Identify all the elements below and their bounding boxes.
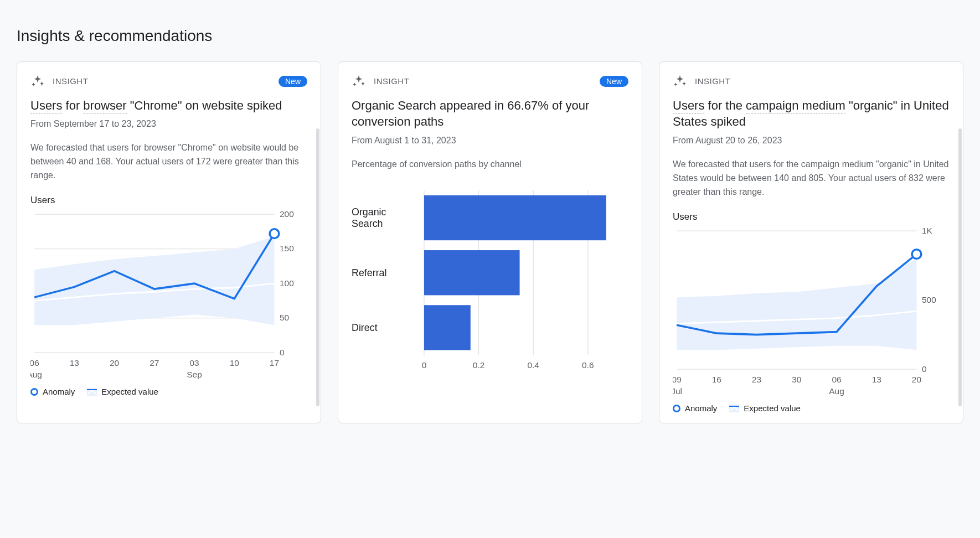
- legend-expected-label: Expected value: [101, 387, 158, 396]
- legend-anomaly: Anomaly: [673, 404, 717, 413]
- svg-text:0.6: 0.6: [582, 360, 594, 370]
- bar-chart: 00.20.40.6OrganicSearchReferralDirect: [352, 184, 628, 375]
- svg-text:06: 06: [832, 374, 841, 384]
- svg-text:03: 03: [189, 358, 199, 368]
- svg-text:09: 09: [673, 374, 682, 384]
- line-chart: 05010015020006132027031017AugSep: [30, 210, 307, 382]
- legend-anomaly-label: Anomaly: [43, 387, 75, 396]
- cards-row: INSIGHT New Users for browser "Chrome" o…: [17, 61, 963, 423]
- date-range: From August 20 to 26, 2023: [673, 136, 950, 146]
- card-header: INSIGHT: [673, 74, 950, 89]
- card-title: Organic Search appeared in 66.67% of you…: [352, 97, 628, 130]
- svg-text:200: 200: [280, 210, 294, 219]
- svg-text:17: 17: [270, 358, 279, 368]
- svg-rect-29: [424, 195, 606, 240]
- svg-text:13: 13: [70, 358, 79, 368]
- svg-text:Direct: Direct: [352, 322, 378, 333]
- card-description: We forecasted that users for the campaig…: [673, 158, 950, 199]
- svg-text:1K: 1K: [922, 227, 933, 235]
- insight-label: INSIGHT: [374, 76, 409, 86]
- card-header: INSIGHT New: [30, 74, 307, 89]
- svg-text:Sep: Sep: [187, 370, 202, 379]
- svg-text:Aug: Aug: [30, 370, 42, 379]
- card-title: Users for browser "Chrome" on website sp…: [30, 97, 307, 114]
- new-badge: New: [600, 76, 628, 87]
- date-range: From September 17 to 23, 2023: [30, 119, 307, 129]
- page-title: Insights & recommendations: [17, 27, 963, 45]
- legend-anomaly: Anomaly: [30, 387, 75, 396]
- svg-text:Aug: Aug: [829, 386, 844, 396]
- svg-text:500: 500: [922, 294, 936, 304]
- card-description: We forecasted that users for browser "Ch…: [30, 141, 307, 182]
- svg-text:27: 27: [149, 358, 159, 368]
- svg-text:0: 0: [422, 360, 427, 370]
- scrollbar[interactable]: [316, 128, 319, 406]
- svg-text:30: 30: [792, 374, 801, 384]
- svg-rect-34: [424, 305, 471, 350]
- card-description: Percentage of conversion paths by channe…: [352, 158, 628, 172]
- svg-text:0: 0: [280, 348, 285, 357]
- new-badge: New: [278, 76, 307, 87]
- svg-text:06: 06: [30, 358, 39, 368]
- card-header: INSIGHT New: [352, 74, 628, 89]
- svg-rect-32: [424, 250, 520, 295]
- svg-text:100: 100: [280, 278, 294, 288]
- line-chart: 05001K09162330061320JulAug: [673, 227, 950, 399]
- sparkle-icon: [30, 74, 45, 89]
- svg-text:Referral: Referral: [352, 267, 386, 278]
- svg-text:20: 20: [110, 358, 119, 368]
- svg-text:10: 10: [230, 358, 239, 368]
- svg-text:150: 150: [280, 244, 294, 253]
- expected-icon: [87, 388, 97, 396]
- insight-card[interactable]: INSIGHT New Organic Search appeared in 6…: [338, 61, 642, 423]
- sparkle-icon: [352, 74, 366, 89]
- svg-point-42: [912, 249, 921, 258]
- chart-legend: Anomaly Expected value: [30, 387, 307, 396]
- card-title: Users for the campaign medium "organic" …: [673, 97, 950, 130]
- svg-point-10: [270, 229, 279, 239]
- insight-card[interactable]: INSIGHT Users for the campaign medium "o…: [659, 61, 963, 423]
- svg-text:0: 0: [922, 364, 927, 373]
- date-range: From August 1 to 31, 2023: [352, 136, 628, 146]
- insight-label: INSIGHT: [695, 76, 730, 86]
- svg-text:0.2: 0.2: [473, 360, 485, 370]
- anomaly-marker-icon: [673, 405, 680, 412]
- svg-text:20: 20: [912, 374, 921, 384]
- legend-expected: Expected value: [729, 404, 801, 413]
- chart-heading: Users: [673, 211, 950, 223]
- svg-text:Organic: Organic: [352, 206, 386, 218]
- legend-expected: Expected value: [87, 387, 158, 396]
- legend-expected-label: Expected value: [744, 404, 801, 413]
- svg-text:0.4: 0.4: [527, 360, 539, 370]
- insight-label: INSIGHT: [53, 76, 88, 86]
- sparkle-icon: [673, 74, 687, 89]
- chart-heading: Users: [30, 195, 307, 206]
- anomaly-marker-icon: [30, 388, 38, 396]
- svg-text:Jul: Jul: [673, 386, 682, 396]
- expected-icon: [729, 405, 739, 412]
- scrollbar[interactable]: [958, 128, 962, 406]
- svg-text:50: 50: [280, 313, 289, 322]
- svg-text:Search: Search: [352, 218, 383, 229]
- svg-text:16: 16: [712, 374, 721, 384]
- svg-text:13: 13: [872, 374, 881, 384]
- chart-legend: Anomaly Expected value: [673, 404, 950, 413]
- svg-text:23: 23: [752, 374, 761, 384]
- legend-anomaly-label: Anomaly: [685, 404, 717, 413]
- insight-card[interactable]: INSIGHT New Users for browser "Chrome" o…: [17, 61, 321, 423]
